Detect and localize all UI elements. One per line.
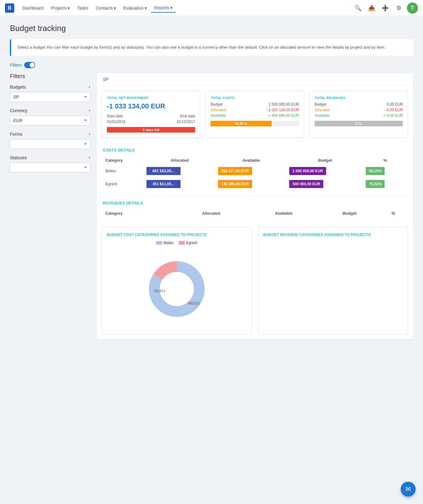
tr-budget-label: Budget bbox=[315, 102, 326, 107]
available-cell: 318 477,00 EUR bbox=[216, 164, 287, 177]
info-box: Select a budget You can filter each budg… bbox=[10, 39, 413, 56]
nav-tasks[interactable]: Tasks bbox=[74, 4, 91, 12]
chart-row: BUDGET COST CATEGORIES ASSIGNED TO PROJE… bbox=[97, 222, 413, 340]
pct-cell: 70,32% bbox=[363, 177, 407, 191]
donut-label-beliec: 681523 bbox=[188, 301, 199, 305]
cost-chart-title: BUDGET COST CATEGORIES ASSIGNED TO PROJE… bbox=[107, 233, 246, 237]
donut-legend: Beliec Egrent bbox=[156, 241, 197, 245]
tr-progress-bar: 0 % bbox=[315, 121, 403, 126]
search-button[interactable]: 🔍 bbox=[352, 2, 364, 14]
chevron-down-icon: ▾ bbox=[145, 6, 147, 11]
nav-reports[interactable]: Reports ▾ bbox=[151, 3, 176, 13]
tc-progress-fill: 68,88 % bbox=[211, 121, 272, 126]
toggle-knob bbox=[30, 63, 35, 68]
revenue-chart-title: BUDGET REVENUE CATEGORIES ASSIGNED TO PR… bbox=[263, 233, 403, 237]
navbar: B Dashboard Projects ▾ Tasks Contacts ▾ … bbox=[0, 0, 423, 16]
add-button[interactable]: ➕ bbox=[380, 2, 391, 14]
logo-icon: B bbox=[8, 5, 11, 11]
total-revenues-card: TOTAL REVENUES Budget 0,00 EUR Allocated… bbox=[309, 91, 408, 138]
settings-button[interactable]: ⚙ bbox=[393, 2, 404, 14]
costs-details-section: COSTS DETAILS Category Allocated Availab… bbox=[97, 143, 413, 195]
rev-col-budget: Budget bbox=[320, 209, 380, 217]
tni-end-label: End date bbox=[180, 114, 195, 118]
legend-egrent: Egrent bbox=[179, 241, 197, 245]
tr-meta: Budget 0,00 EUR Allocated - 0,00 EUR Ava… bbox=[315, 102, 403, 118]
tr-allocated-label: Allocated bbox=[315, 108, 330, 112]
nav-projects[interactable]: Projects ▾ bbox=[48, 4, 73, 12]
nav-links: Dashboard Projects ▾ Tasks Contacts ▾ Ev… bbox=[19, 3, 352, 13]
rev-col-category: Category bbox=[103, 209, 174, 217]
currency-select[interactable]: EUR bbox=[10, 116, 90, 125]
tr-budget-val: 0,00 EUR bbox=[387, 102, 403, 107]
cat-name: Egrent bbox=[103, 177, 144, 191]
currency-filter-label[interactable]: Currency ▾ bbox=[10, 108, 90, 113]
table-row: Beliec 681 523,00... 318 477,00 EUR 1 00… bbox=[103, 164, 407, 177]
nav-dashboard[interactable]: Dashboard bbox=[19, 4, 47, 12]
rev-col-available: Available bbox=[248, 209, 320, 217]
tc-available-label: Available bbox=[211, 113, 225, 118]
filters-toggle-row: Filters bbox=[10, 62, 413, 68]
rev-col-allocated: Allocated bbox=[174, 209, 248, 217]
total-costs-card: TOTAL COSTS Budget 1 500 000,00 EUR Allo… bbox=[205, 91, 304, 138]
main-panel: SP TOTAL NET INVESTMENT -1 033 134,00 EU… bbox=[97, 73, 413, 346]
tni-meta: Start date End date 01/01/2016 31/12/201… bbox=[107, 114, 195, 124]
donut-label-egrent: 351611 bbox=[154, 289, 165, 293]
chevron-down-icon: ▾ bbox=[114, 6, 116, 11]
chevron-down-icon: ▾ bbox=[170, 5, 172, 10]
budget-card-header: SP bbox=[97, 73, 413, 86]
currency-filter: Currency ▾ EUR bbox=[10, 108, 90, 125]
page-title: Budget tracking bbox=[10, 24, 413, 33]
tni-progress-bar: 0 days left bbox=[107, 127, 195, 133]
chevron-down-icon: ▾ bbox=[89, 132, 90, 136]
donut-container: Beliec Egrent bbox=[107, 241, 246, 329]
tr-available-label: Available bbox=[315, 113, 329, 118]
tc-budget-label: Budget bbox=[211, 102, 222, 107]
tni-start-label: Start date bbox=[107, 114, 123, 118]
costs-details-table: Category Allocated Available Budget % Be… bbox=[103, 156, 407, 191]
revenue-chart-card: BUDGET REVENUE CATEGORIES ASSIGNED TO PR… bbox=[258, 227, 408, 335]
app-logo[interactable]: B bbox=[5, 3, 14, 13]
available-cell: 148 389,00 EUR bbox=[216, 177, 287, 191]
forms-filter-label[interactable]: Forms ▾ bbox=[10, 132, 90, 137]
forms-filter: Forms ▾ bbox=[10, 132, 90, 149]
statuses-filter: Statuses ▾ bbox=[10, 155, 90, 173]
tr-title: TOTAL REVENUES bbox=[315, 96, 403, 100]
forms-select[interactable] bbox=[10, 139, 90, 149]
budgets-filter: Budgets ▾ SP bbox=[10, 85, 90, 102]
table-row: Egrent 351 611,00... 148 389,00 EUR 500 … bbox=[103, 177, 407, 191]
rev-col-pct: % bbox=[380, 209, 407, 217]
tni-end-date: 31/12/2017 bbox=[177, 120, 195, 124]
tr-allocated-val: - 0,00 EUR bbox=[385, 108, 403, 112]
col-pct: % bbox=[363, 156, 407, 164]
tc-budget-val: 1 500 000,00 EUR bbox=[268, 102, 299, 107]
tni-progress-fill: 0 days left bbox=[107, 127, 195, 133]
tc-allocated-label: Allocated bbox=[211, 108, 226, 112]
content-layout: Filters Budgets ▾ SP Currency ▾ EUR bbox=[10, 73, 413, 346]
col-available: Available bbox=[216, 156, 287, 164]
legend-beliec: Beliec bbox=[156, 241, 174, 245]
tni-title: TOTAL NET INVESTMENT bbox=[107, 96, 195, 100]
filters-toggle-label[interactable]: Filters bbox=[10, 63, 22, 68]
statuses-filter-label[interactable]: Statuses ▾ bbox=[10, 155, 90, 160]
chevron-down-icon: ▾ bbox=[89, 85, 90, 89]
statuses-select[interactable] bbox=[10, 163, 90, 173]
nav-contacts[interactable]: Contacts ▾ bbox=[93, 4, 119, 12]
tr-progress-fill: 0 % bbox=[315, 121, 403, 126]
revenues-details-section: REVENUES DETAILS Category Allocated Avai… bbox=[97, 195, 413, 222]
inbox-button[interactable]: 📥 bbox=[366, 2, 377, 14]
allocated-cell[interactable]: 351 611,00... bbox=[144, 177, 216, 191]
sidebar: Filters Budgets ▾ SP Currency ▾ EUR bbox=[10, 73, 90, 346]
budget-cell: 500 000,00 EUR bbox=[287, 177, 363, 191]
total-net-investment-card: TOTAL NET INVESTMENT -1 033 134,00 EUR S… bbox=[102, 91, 200, 138]
budgets-filter-label[interactable]: Budgets ▾ bbox=[10, 85, 90, 90]
chevron-down-icon: ▾ bbox=[89, 156, 90, 160]
filters-toggle-switch[interactable] bbox=[24, 62, 35, 68]
col-budget: Budget bbox=[287, 156, 363, 164]
tni-start-date: 01/01/2016 bbox=[107, 120, 125, 124]
budgets-select[interactable]: SP bbox=[10, 92, 90, 102]
avatar[interactable]: T bbox=[407, 2, 418, 14]
tc-available-val: = 466 866,00 EUR bbox=[268, 113, 299, 118]
nav-evaluation[interactable]: Evaluation ▾ bbox=[120, 4, 150, 12]
tni-value: -1 033 134,00 EUR bbox=[107, 102, 195, 110]
allocated-cell[interactable]: 681 523,00... bbox=[144, 164, 216, 177]
